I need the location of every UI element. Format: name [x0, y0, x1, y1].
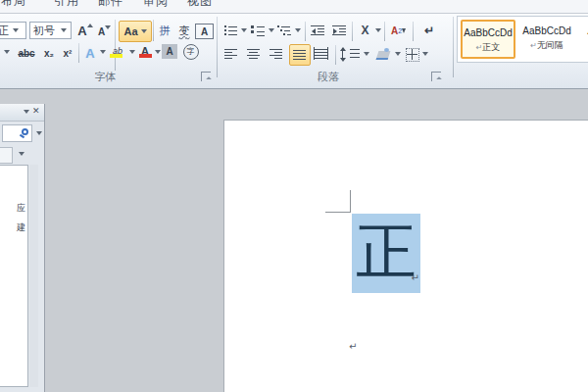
subscript-button[interactable]: x₂	[40, 44, 58, 62]
tab-page-layout[interactable]: 面布局	[0, 0, 26, 10]
chevron-down-icon[interactable]	[241, 28, 247, 32]
browse-tab-stub[interactable]	[0, 147, 13, 164]
enclose-character-icon: 字	[183, 44, 199, 60]
strikethrough-button[interactable]: abc	[15, 44, 38, 62]
document-workspace: ✕ 应 建 正 ↵ ↵	[0, 89, 588, 392]
style-name: 无间隔	[537, 40, 564, 50]
justify-button[interactable]	[289, 44, 311, 66]
paragraph-group-label: 段落	[235, 70, 421, 84]
pane-menu-icon[interactable]	[24, 110, 29, 114]
line-spacing-icon[interactable]	[342, 46, 362, 62]
chevron-down-icon[interactable]	[295, 28, 301, 32]
font-group-label: 字体	[0, 70, 211, 84]
style-gallery: AaBbCcDd ↵正文 AaBbCcDd ↵无间隔 A	[457, 16, 588, 63]
pilcrow-icon: ↵	[349, 341, 357, 352]
selected-character[interactable]: 正	[352, 214, 420, 293]
pilcrow-icon: ↵	[412, 272, 419, 283]
navigation-text-fragment: 应	[17, 202, 25, 215]
document-page[interactable]: 正 ↵ ↵	[223, 120, 588, 392]
sort-icon: A	[391, 25, 398, 36]
ribbon-tab-strip: 面布局 引用 邮件 审阅 视图	[0, 0, 588, 14]
highlight-color-bar	[110, 54, 122, 58]
style-card-no-spacing[interactable]: AaBbCcDd ↵无间隔	[518, 20, 575, 59]
subscript-icon: x₂	[44, 48, 54, 59]
chevron-down-icon[interactable]	[364, 52, 369, 56]
chevron-down-icon[interactable]	[100, 50, 106, 54]
change-case-icon: Aa	[123, 25, 137, 37]
text-selection[interactable]: 正 ↵	[352, 214, 420, 293]
search-options-icon[interactable]	[36, 131, 42, 135]
chevron-down-icon[interactable]	[422, 52, 428, 56]
align-left-icon[interactable]	[223, 46, 239, 62]
increase-indent-icon[interactable]	[332, 23, 348, 38]
enclose-character-button[interactable]: 字	[182, 43, 199, 60]
chevron-down-icon[interactable]	[395, 52, 401, 56]
character-border-button[interactable]: A	[195, 24, 214, 39]
superscript-icon: x²	[64, 48, 73, 59]
shrink-font-button[interactable]: A	[97, 23, 112, 40]
chevron-down-icon[interactable]	[375, 28, 381, 32]
tab-view[interactable]: 视图	[187, 0, 213, 10]
font-name-value: 正	[0, 24, 9, 38]
text-highlight-button[interactable]: ab	[108, 42, 127, 60]
tab-mailings[interactable]: 邮件	[98, 0, 123, 10]
character-shading-button[interactable]: A	[162, 44, 177, 59]
chevron-down-icon	[141, 29, 147, 33]
paragraph-dialog-launcher[interactable]	[431, 72, 441, 81]
style-name: 正文	[482, 42, 500, 52]
multilevel-list-icon[interactable]	[277, 23, 293, 38]
underline-dropdown-icon[interactable]	[4, 50, 10, 54]
align-right-icon[interactable]	[269, 46, 284, 62]
margin-crop-mark	[350, 190, 351, 213]
change-case-button[interactable]: Aa	[119, 21, 152, 42]
phonetic-guide-button[interactable]: 拼	[156, 22, 173, 39]
asian-layout-button[interactable]: X	[357, 22, 373, 39]
decrease-indent-icon[interactable]	[311, 23, 326, 38]
borders-icon[interactable]	[405, 46, 420, 62]
up-arrow-icon	[87, 24, 93, 27]
style-preview: AaBbCcDd	[463, 27, 514, 38]
search-icon	[22, 128, 28, 135]
navigation-pane-scrollbar[interactable]	[29, 165, 38, 387]
text-effects-button[interactable]: A	[82, 44, 98, 62]
superscript-button[interactable]: x²	[59, 44, 76, 62]
tab-review[interactable]: 审阅	[143, 0, 169, 10]
align-center-icon[interactable]	[246, 46, 262, 62]
grow-font-button[interactable]: A	[76, 22, 94, 39]
style-preview: A	[581, 25, 588, 36]
style-card-partial[interactable]: A	[581, 20, 588, 59]
pilcrow-icon: ↵	[530, 41, 537, 50]
chevron-down-icon[interactable]	[19, 152, 24, 156]
word-window: 面布局 引用 邮件 审阅 视图 正 初号 A A Aa 拼	[0, 0, 588, 392]
case-convert-button[interactable]: 变	[175, 22, 193, 39]
shading-bucket-icon[interactable]	[375, 46, 393, 62]
navigation-pane-content: 应 建	[0, 165, 28, 387]
character-border-icon: A	[201, 26, 208, 37]
style-preview: AaBbCcDd	[518, 25, 575, 36]
font-size-value: 初号	[33, 24, 55, 38]
numbering-icon[interactable]	[251, 23, 267, 38]
phonetic-guide-icon: 拼	[160, 24, 171, 38]
font-dialog-launcher[interactable]	[201, 72, 211, 81]
bullets-icon[interactable]	[223, 23, 239, 38]
character-shading-icon: A	[166, 46, 172, 57]
sort-button[interactable]: A 2	[389, 22, 408, 39]
font-color-button[interactable]: A	[137, 42, 153, 60]
style-card-normal[interactable]: AaBbCcDd ↵正文	[461, 20, 515, 59]
chevron-down-icon[interactable]	[155, 50, 161, 54]
case-convert-icon: 变	[179, 24, 190, 38]
chevron-down-icon[interactable]	[61, 28, 67, 32]
chevron-down-icon[interactable]	[129, 50, 135, 54]
paragraph-mark-icon: ↵	[424, 24, 434, 37]
tab-references[interactable]: 引用	[54, 0, 79, 10]
distribute-icon[interactable]	[314, 46, 329, 62]
font-name-combo[interactable]: 正	[0, 22, 26, 39]
font-size-combo[interactable]: 初号	[29, 22, 72, 39]
shrink-font-icon: A	[98, 26, 105, 37]
show-marks-button[interactable]: ↵	[421, 22, 437, 39]
close-icon[interactable]: ✕	[32, 106, 40, 116]
search-input[interactable]	[2, 124, 32, 142]
chevron-down-icon[interactable]	[13, 28, 19, 32]
navigation-text-fragment: 建	[17, 221, 25, 234]
chevron-down-icon[interactable]	[269, 28, 274, 32]
